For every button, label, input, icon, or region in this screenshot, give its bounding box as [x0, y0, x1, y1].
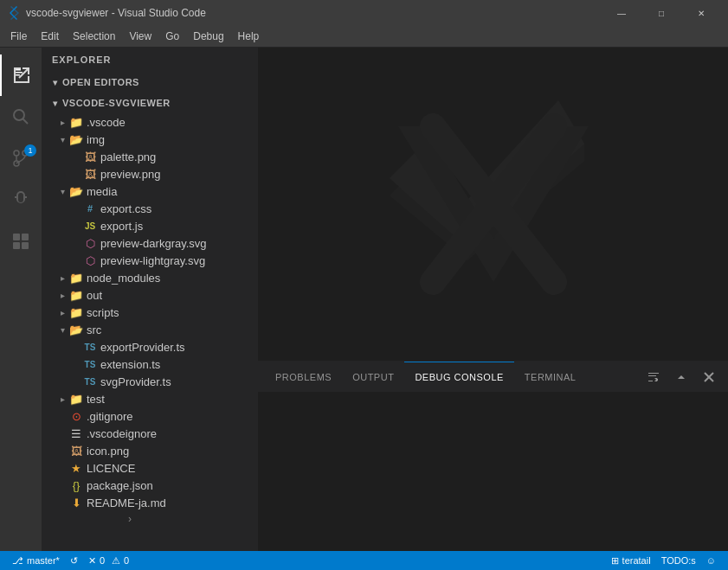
svg-rect-11: [22, 242, 29, 249]
section-open-editors[interactable]: ▾ OPEN EDITORS: [42, 72, 258, 93]
activity-debug[interactable]: [0, 179, 42, 221]
file-icon-preview-dark: ⬡: [83, 236, 97, 250]
tree-item-scripts[interactable]: ▸ 📁 scripts: [42, 304, 258, 321]
tab-problems[interactable]: PROBLEMS: [265, 362, 342, 392]
menu-help[interactable]: Help: [231, 27, 267, 46]
tree-item-readme[interactable]: ⬇ README-ja.md: [42, 494, 258, 511]
menu-debug[interactable]: Debug: [186, 27, 230, 46]
wrap-button[interactable]: [641, 365, 666, 389]
tree-item-test[interactable]: ▸ 📁 test: [42, 390, 258, 407]
file-icon-package-json: {}: [69, 478, 83, 492]
activity-search[interactable]: [0, 96, 42, 138]
tree-item-img[interactable]: ▾ 📂 img: [42, 131, 258, 148]
section-label-project: VSCODE-SVGVIEWER: [62, 98, 171, 108]
file-icon-vscodeignore: ☰: [69, 426, 83, 440]
label-test: test: [87, 393, 105, 406]
menu-file[interactable]: File: [3, 27, 34, 46]
title-bar-controls: — □ ✕: [602, 0, 721, 26]
activity-extensions[interactable]: [0, 221, 42, 262]
section-project[interactable]: ▾ VSCODE-SVGVIEWER: [42, 93, 258, 113]
tree-item-gitignore[interactable]: ⊙ .gitignore: [42, 407, 258, 425]
tree-item-package-json[interactable]: {} package.json: [42, 477, 258, 494]
tree-item-vscode[interactable]: ▸ 📁 .vscode: [42, 113, 258, 131]
folder-icon-out: 📁: [69, 288, 83, 302]
title-bar-text: vscode-svgviewer - Visual Studio Code: [26, 7, 602, 19]
vscode-logo: [258, 48, 728, 361]
label-out: out: [87, 289, 102, 302]
warning-count: 0: [124, 555, 129, 566]
smiley-icon: ☺: [706, 555, 716, 566]
arrow-test: ▸: [55, 392, 69, 406]
label-preview-png: preview.png: [100, 168, 160, 181]
menu-view[interactable]: View: [122, 27, 158, 46]
close-panel-button[interactable]: [697, 365, 721, 389]
svg-point-3: [14, 110, 24, 120]
tree-item-export-js[interactable]: JS export.js: [42, 217, 258, 234]
activity-explorer[interactable]: [0, 54, 42, 96]
label-src: src: [87, 323, 101, 336]
tree-item-export-provider[interactable]: TS exportProvider.ts: [42, 338, 258, 355]
arrow-node-modules: ▸: [55, 271, 69, 285]
label-licence: LICENCE: [87, 462, 135, 475]
folder-icon-test: 📁: [69, 392, 83, 406]
tree-item-icon-png[interactable]: 🖼 icon.png: [42, 442, 258, 459]
tree-item-src[interactable]: ▾ 📂 src: [42, 321, 258, 338]
label-package-json: package.json: [87, 479, 153, 492]
tree-item-licence[interactable]: ★ LICENCE: [42, 459, 258, 477]
menu-go[interactable]: Go: [158, 27, 186, 46]
minimize-button[interactable]: —: [602, 0, 641, 26]
folder-icon-src: 📂: [69, 323, 83, 336]
git-branch-icon: ⎇: [12, 555, 23, 567]
scroll-more[interactable]: ›: [42, 511, 258, 527]
panel-actions: [641, 365, 721, 389]
svg-rect-2: [16, 74, 20, 76]
svg-rect-1: [16, 72, 23, 74]
label-preview-dark: preview-darkgray.svg: [100, 237, 207, 250]
maximize-button[interactable]: □: [641, 0, 681, 26]
tab-terminal[interactable]: TERMINAL: [514, 362, 587, 392]
file-icon-export-js: JS: [83, 219, 97, 233]
folder-icon-vscode: 📁: [69, 115, 83, 129]
tree-item-extension[interactable]: TS extension.ts: [42, 355, 258, 373]
arrow-empty-gitignore: [55, 409, 69, 423]
status-branch[interactable]: ⎇ master*: [7, 551, 65, 570]
tree-item-node-modules[interactable]: ▸ 📁 node_modules: [42, 269, 258, 286]
activity-source-control[interactable]: 1: [0, 138, 42, 179]
file-icon-preview-png: 🖼: [83, 167, 97, 181]
extension-name: teratail: [622, 555, 651, 566]
bottom-panel: PROBLEMS OUTPUT DEBUG CONSOLE TERMINAL: [258, 361, 728, 551]
file-icon-readme: ⬇: [69, 496, 83, 509]
svg-line-4: [23, 119, 29, 125]
section-label-open-editors: OPEN EDITORS: [62, 77, 139, 87]
close-button[interactable]: ✕: [681, 0, 721, 26]
file-icon-palette: 🖼: [83, 150, 97, 163]
status-smiley[interactable]: ☺: [701, 551, 721, 570]
status-extension[interactable]: ⊞ teratail: [606, 551, 656, 570]
folder-icon-node-modules: 📁: [69, 271, 83, 285]
tree-item-preview-dark[interactable]: ⬡ preview-darkgray.svg: [42, 234, 258, 252]
arrow-empty-preview-light: [69, 253, 83, 267]
sidebar: Explorer ▾ OPEN EDITORS ▾ VSCODE-SVGVIEW…: [42, 48, 258, 551]
tree-item-preview-png[interactable]: 🖼 preview.png: [42, 165, 258, 183]
status-todo[interactable]: TODO:s: [656, 551, 701, 570]
tree-item-preview-light[interactable]: ⬡ preview-lightgray.svg: [42, 252, 258, 269]
tree-item-out[interactable]: ▸ 📁 out: [42, 286, 258, 304]
tab-output[interactable]: OUTPUT: [342, 362, 404, 392]
tree-item-media[interactable]: ▾ 📂 media: [42, 183, 258, 200]
section-arrow-open-editors: ▾: [48, 75, 62, 89]
tree-item-svg-provider[interactable]: TS svgProvider.ts: [42, 373, 258, 390]
tree-item-export-css[interactable]: # export.css: [42, 200, 258, 217]
tree-item-vscodeignore[interactable]: ☰ .vscodeignore: [42, 425, 258, 442]
svg-rect-0: [16, 69, 21, 71]
tree-item-palette[interactable]: 🖼 palette.png: [42, 148, 258, 165]
file-icon-extension: TS: [83, 357, 97, 371]
tab-debug-console[interactable]: DEBUG CONSOLE: [404, 362, 513, 392]
collapse-button[interactable]: [669, 365, 693, 389]
menu-selection[interactable]: Selection: [66, 27, 122, 46]
arrow-empty-palette: [69, 150, 83, 163]
label-vscode: .vscode: [87, 116, 126, 129]
status-errors[interactable]: ✕ 0 ⚠ 0: [83, 551, 134, 570]
status-sync[interactable]: ↺: [65, 551, 83, 570]
menu-edit[interactable]: Edit: [34, 27, 66, 46]
svg-rect-8: [13, 234, 20, 240]
